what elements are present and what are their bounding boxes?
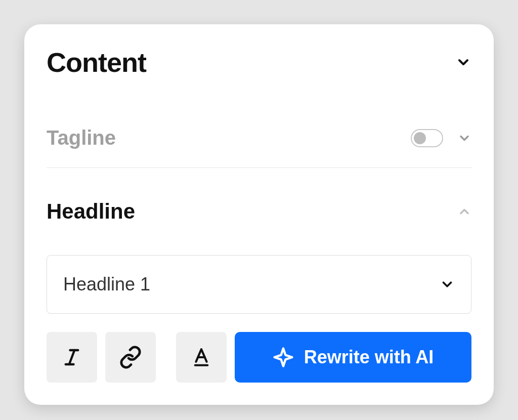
link-icon (119, 346, 142, 369)
chevron-down-icon (455, 54, 471, 70)
tagline-label: Tagline (47, 127, 116, 149)
link-button[interactable] (105, 332, 156, 383)
tagline-controls (411, 129, 471, 147)
chevron-down-icon (457, 131, 471, 145)
headline-section-header: Headline (47, 199, 471, 224)
rewrite-with-ai-button[interactable]: Rewrite with AI (235, 332, 471, 383)
panel-header: Content (47, 47, 471, 78)
tagline-section: Tagline (47, 127, 471, 168)
chevron-down-icon (440, 277, 455, 292)
toggle-knob (414, 132, 426, 144)
italic-icon (61, 347, 82, 368)
headline-style-value: Headline 1 (63, 274, 150, 295)
toolbar-spacer (164, 332, 168, 383)
headline-label: Headline (47, 199, 135, 224)
panel-collapse-toggle[interactable] (455, 54, 471, 70)
rewrite-with-ai-label: Rewrite with AI (304, 347, 434, 368)
panel-title: Content (47, 47, 146, 78)
text-color-button[interactable] (176, 332, 227, 383)
italic-button[interactable] (47, 332, 97, 383)
chevron-up-icon (457, 204, 471, 219)
svg-line-2 (69, 350, 75, 364)
select-arrow (440, 277, 455, 292)
format-toolbar: Rewrite with AI (47, 332, 471, 383)
tagline-toggle[interactable] (411, 129, 443, 147)
tagline-expand-toggle[interactable] (457, 131, 471, 145)
headline-style-select[interactable]: Headline 1 (47, 255, 471, 314)
text-color-icon (191, 347, 212, 368)
sparkle-icon (273, 347, 294, 368)
content-panel: Content Tagline Headline Headline 1 (24, 24, 494, 405)
headline-collapse-toggle[interactable] (457, 204, 471, 219)
